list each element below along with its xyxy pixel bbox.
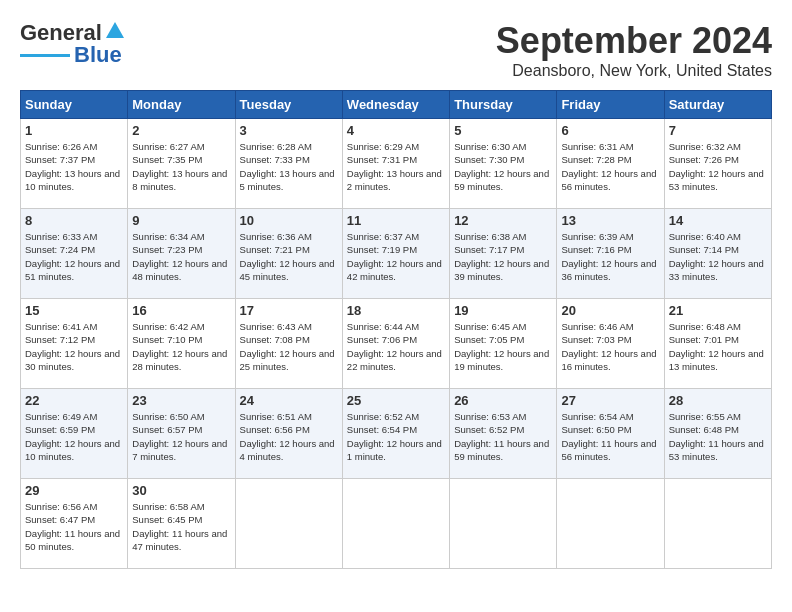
day-info: Sunrise: 6:36 AMSunset: 7:21 PMDaylight:… xyxy=(240,230,338,283)
calendar-cell: 18Sunrise: 6:44 AMSunset: 7:06 PMDayligh… xyxy=(342,299,449,389)
day-number: 19 xyxy=(454,303,552,318)
day-info: Sunrise: 6:53 AMSunset: 6:52 PMDaylight:… xyxy=(454,410,552,463)
day-info: Sunrise: 6:44 AMSunset: 7:06 PMDaylight:… xyxy=(347,320,445,373)
page-header: General Blue September 2024 Deansboro, N… xyxy=(20,20,772,80)
day-info: Sunrise: 6:58 AMSunset: 6:45 PMDaylight:… xyxy=(132,500,230,553)
calendar-cell: 16Sunrise: 6:42 AMSunset: 7:10 PMDayligh… xyxy=(128,299,235,389)
calendar-cell: 19Sunrise: 6:45 AMSunset: 7:05 PMDayligh… xyxy=(450,299,557,389)
day-number: 27 xyxy=(561,393,659,408)
day-info: Sunrise: 6:55 AMSunset: 6:48 PMDaylight:… xyxy=(669,410,767,463)
title-block: September 2024 Deansboro, New York, Unit… xyxy=(496,20,772,80)
calendar-cell xyxy=(664,479,771,569)
day-number: 18 xyxy=(347,303,445,318)
logo-text-blue: Blue xyxy=(74,42,122,68)
day-info: Sunrise: 6:33 AMSunset: 7:24 PMDaylight:… xyxy=(25,230,123,283)
calendar-cell xyxy=(557,479,664,569)
day-info: Sunrise: 6:51 AMSunset: 6:56 PMDaylight:… xyxy=(240,410,338,463)
header-thursday: Thursday xyxy=(450,91,557,119)
day-number: 23 xyxy=(132,393,230,408)
day-info: Sunrise: 6:34 AMSunset: 7:23 PMDaylight:… xyxy=(132,230,230,283)
calendar-cell: 23Sunrise: 6:50 AMSunset: 6:57 PMDayligh… xyxy=(128,389,235,479)
calendar-cell: 26Sunrise: 6:53 AMSunset: 6:52 PMDayligh… xyxy=(450,389,557,479)
day-number: 25 xyxy=(347,393,445,408)
calendar-table: Sunday Monday Tuesday Wednesday Thursday… xyxy=(20,90,772,569)
calendar-cell: 4Sunrise: 6:29 AMSunset: 7:31 PMDaylight… xyxy=(342,119,449,209)
day-info: Sunrise: 6:31 AMSunset: 7:28 PMDaylight:… xyxy=(561,140,659,193)
calendar-cell: 10Sunrise: 6:36 AMSunset: 7:21 PMDayligh… xyxy=(235,209,342,299)
day-number: 2 xyxy=(132,123,230,138)
calendar-cell: 20Sunrise: 6:46 AMSunset: 7:03 PMDayligh… xyxy=(557,299,664,389)
day-info: Sunrise: 6:46 AMSunset: 7:03 PMDaylight:… xyxy=(561,320,659,373)
day-info: Sunrise: 6:27 AMSunset: 7:35 PMDaylight:… xyxy=(132,140,230,193)
calendar-cell: 9Sunrise: 6:34 AMSunset: 7:23 PMDaylight… xyxy=(128,209,235,299)
day-info: Sunrise: 6:28 AMSunset: 7:33 PMDaylight:… xyxy=(240,140,338,193)
day-info: Sunrise: 6:42 AMSunset: 7:10 PMDaylight:… xyxy=(132,320,230,373)
logo-underline xyxy=(20,54,70,57)
calendar-subtitle: Deansboro, New York, United States xyxy=(496,62,772,80)
day-info: Sunrise: 6:32 AMSunset: 7:26 PMDaylight:… xyxy=(669,140,767,193)
day-number: 15 xyxy=(25,303,123,318)
day-number: 12 xyxy=(454,213,552,228)
calendar-cell: 17Sunrise: 6:43 AMSunset: 7:08 PMDayligh… xyxy=(235,299,342,389)
day-number: 17 xyxy=(240,303,338,318)
header-sunday: Sunday xyxy=(21,91,128,119)
header-friday: Friday xyxy=(557,91,664,119)
header-wednesday: Wednesday xyxy=(342,91,449,119)
calendar-header-row: Sunday Monday Tuesday Wednesday Thursday… xyxy=(21,91,772,119)
day-info: Sunrise: 6:29 AMSunset: 7:31 PMDaylight:… xyxy=(347,140,445,193)
logo-icon xyxy=(104,20,126,42)
header-tuesday: Tuesday xyxy=(235,91,342,119)
calendar-cell: 14Sunrise: 6:40 AMSunset: 7:14 PMDayligh… xyxy=(664,209,771,299)
day-info: Sunrise: 6:26 AMSunset: 7:37 PMDaylight:… xyxy=(25,140,123,193)
day-number: 6 xyxy=(561,123,659,138)
day-info: Sunrise: 6:48 AMSunset: 7:01 PMDaylight:… xyxy=(669,320,767,373)
day-number: 7 xyxy=(669,123,767,138)
calendar-cell: 25Sunrise: 6:52 AMSunset: 6:54 PMDayligh… xyxy=(342,389,449,479)
calendar-cell: 13Sunrise: 6:39 AMSunset: 7:16 PMDayligh… xyxy=(557,209,664,299)
day-number: 8 xyxy=(25,213,123,228)
calendar-title: September 2024 xyxy=(496,20,772,62)
calendar-cell: 7Sunrise: 6:32 AMSunset: 7:26 PMDaylight… xyxy=(664,119,771,209)
day-info: Sunrise: 6:39 AMSunset: 7:16 PMDaylight:… xyxy=(561,230,659,283)
calendar-cell: 28Sunrise: 6:55 AMSunset: 6:48 PMDayligh… xyxy=(664,389,771,479)
day-info: Sunrise: 6:54 AMSunset: 6:50 PMDaylight:… xyxy=(561,410,659,463)
calendar-cell: 11Sunrise: 6:37 AMSunset: 7:19 PMDayligh… xyxy=(342,209,449,299)
calendar-cell: 8Sunrise: 6:33 AMSunset: 7:24 PMDaylight… xyxy=(21,209,128,299)
day-info: Sunrise: 6:38 AMSunset: 7:17 PMDaylight:… xyxy=(454,230,552,283)
day-number: 22 xyxy=(25,393,123,408)
day-info: Sunrise: 6:30 AMSunset: 7:30 PMDaylight:… xyxy=(454,140,552,193)
day-number: 21 xyxy=(669,303,767,318)
day-info: Sunrise: 6:43 AMSunset: 7:08 PMDaylight:… xyxy=(240,320,338,373)
day-number: 30 xyxy=(132,483,230,498)
calendar-cell: 21Sunrise: 6:48 AMSunset: 7:01 PMDayligh… xyxy=(664,299,771,389)
day-info: Sunrise: 6:37 AMSunset: 7:19 PMDaylight:… xyxy=(347,230,445,283)
calendar-cell: 12Sunrise: 6:38 AMSunset: 7:17 PMDayligh… xyxy=(450,209,557,299)
calendar-week-row: 8Sunrise: 6:33 AMSunset: 7:24 PMDaylight… xyxy=(21,209,772,299)
day-info: Sunrise: 6:56 AMSunset: 6:47 PMDaylight:… xyxy=(25,500,123,553)
day-number: 16 xyxy=(132,303,230,318)
day-number: 4 xyxy=(347,123,445,138)
day-number: 9 xyxy=(132,213,230,228)
day-number: 26 xyxy=(454,393,552,408)
day-number: 1 xyxy=(25,123,123,138)
day-info: Sunrise: 6:52 AMSunset: 6:54 PMDaylight:… xyxy=(347,410,445,463)
calendar-cell xyxy=(450,479,557,569)
calendar-cell: 24Sunrise: 6:51 AMSunset: 6:56 PMDayligh… xyxy=(235,389,342,479)
calendar-cell: 29Sunrise: 6:56 AMSunset: 6:47 PMDayligh… xyxy=(21,479,128,569)
calendar-cell: 5Sunrise: 6:30 AMSunset: 7:30 PMDaylight… xyxy=(450,119,557,209)
calendar-week-row: 29Sunrise: 6:56 AMSunset: 6:47 PMDayligh… xyxy=(21,479,772,569)
day-number: 14 xyxy=(669,213,767,228)
calendar-cell: 27Sunrise: 6:54 AMSunset: 6:50 PMDayligh… xyxy=(557,389,664,479)
logo: General Blue xyxy=(20,20,126,68)
calendar-cell: 22Sunrise: 6:49 AMSunset: 6:59 PMDayligh… xyxy=(21,389,128,479)
calendar-week-row: 1Sunrise: 6:26 AMSunset: 7:37 PMDaylight… xyxy=(21,119,772,209)
day-number: 28 xyxy=(669,393,767,408)
calendar-week-row: 22Sunrise: 6:49 AMSunset: 6:59 PMDayligh… xyxy=(21,389,772,479)
day-number: 10 xyxy=(240,213,338,228)
header-saturday: Saturday xyxy=(664,91,771,119)
day-info: Sunrise: 6:50 AMSunset: 6:57 PMDaylight:… xyxy=(132,410,230,463)
day-number: 20 xyxy=(561,303,659,318)
day-number: 29 xyxy=(25,483,123,498)
calendar-cell: 2Sunrise: 6:27 AMSunset: 7:35 PMDaylight… xyxy=(128,119,235,209)
svg-marker-0 xyxy=(106,22,124,38)
